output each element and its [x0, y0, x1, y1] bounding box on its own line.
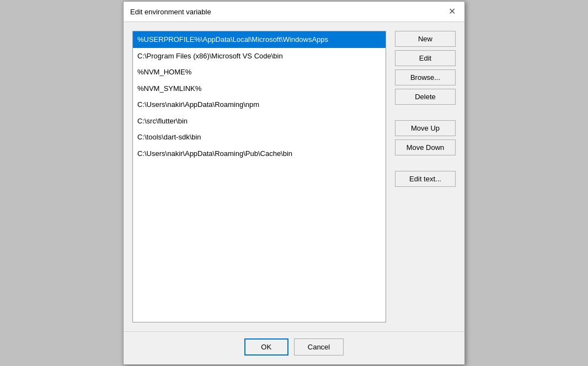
ok-button[interactable]: OK	[244, 338, 288, 356]
spacer2	[395, 159, 456, 168]
list-item[interactable]: %NVM_SYMLINK%	[133, 80, 386, 97]
edit-button[interactable]: Edit	[395, 50, 456, 66]
list-item[interactable]: %NVM_HOME%	[133, 64, 386, 80]
dialog-footer: OK Cancel	[124, 331, 464, 364]
move-up-button[interactable]: Move Up	[395, 120, 456, 136]
list-item[interactable]: C:\Program Files (x86)\Microsoft VS Code…	[133, 48, 386, 64]
new-button[interactable]: New	[395, 31, 456, 47]
edit-env-variable-dialog: Edit environment variable ✕ %USERPROFILE…	[123, 1, 465, 365]
close-button[interactable]: ✕	[446, 7, 458, 16]
env-variable-list[interactable]: %USERPROFILE%\AppData\Local\Microsoft\Wi…	[132, 31, 386, 322]
list-item[interactable]: C:\Users\nakir\AppData\Roaming\npm	[133, 96, 386, 113]
list-item[interactable]: %USERPROFILE%\AppData\Local\Microsoft\Wi…	[133, 31, 386, 48]
delete-button[interactable]: Delete	[395, 89, 456, 105]
list-item[interactable]: C:\src\flutter\bin	[133, 113, 386, 130]
dialog-body: %USERPROFILE%\AppData\Local\Microsoft\Wi…	[124, 22, 464, 331]
title-bar: Edit environment variable ✕	[124, 2, 464, 22]
spacer1	[395, 108, 456, 117]
move-down-button[interactable]: Move Down	[395, 139, 456, 155]
cancel-button[interactable]: Cancel	[294, 338, 344, 356]
list-item[interactable]: C:\tools\dart-sdk\bin	[133, 129, 386, 146]
edit-text-button[interactable]: Edit text...	[395, 171, 456, 187]
buttons-panel: New Edit Browse... Delete Move Up Move D…	[395, 31, 456, 322]
browse-button[interactable]: Browse...	[395, 69, 456, 85]
list-item[interactable]: C:\Users\nakir\AppData\Roaming\Pub\Cache…	[133, 146, 386, 162]
dialog-title: Edit environment variable	[130, 8, 211, 16]
